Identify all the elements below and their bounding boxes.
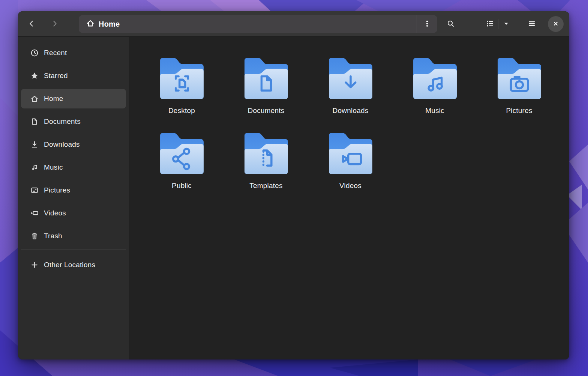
folder-icon bbox=[243, 132, 290, 178]
path-label: Home bbox=[99, 20, 120, 29]
folder-icon bbox=[158, 132, 206, 178]
sidebar-item-other-locations[interactable]: Other Locations bbox=[21, 255, 126, 275]
home-icon bbox=[86, 19, 94, 29]
kebab-menu-icon bbox=[423, 19, 432, 29]
sidebar-item-label: Home bbox=[44, 95, 63, 103]
folder-icon bbox=[496, 57, 543, 103]
sidebar-item-label: Documents bbox=[44, 117, 81, 126]
folder-icon bbox=[327, 132, 374, 178]
sidebar-item-recent[interactable]: Recent bbox=[21, 43, 126, 63]
sidebar-item-starred[interactable]: Starred bbox=[21, 66, 126, 86]
main-menu-button[interactable] bbox=[524, 17, 539, 32]
sidebar-item-label: Pictures bbox=[44, 186, 70, 194]
sidebar-item-home[interactable]: Home bbox=[21, 89, 126, 108]
trash-icon bbox=[30, 232, 39, 241]
folder-label: Public bbox=[172, 182, 192, 190]
folder-templates[interactable]: Templates bbox=[224, 132, 308, 207]
folder-label: Documents bbox=[248, 107, 285, 115]
picture-icon bbox=[30, 186, 39, 195]
folder-icon bbox=[327, 57, 374, 103]
sidebar-item-label: Trash bbox=[44, 232, 62, 240]
sidebar-item-music[interactable]: Music bbox=[21, 158, 126, 177]
files-window: Home bbox=[18, 11, 569, 359]
sidebar-list: Recent Starred Home Documents Downloads … bbox=[18, 43, 129, 246]
chevron-left-icon bbox=[27, 19, 36, 29]
sidebar: Recent Starred Home Documents Downloads … bbox=[18, 37, 129, 359]
list-view-icon bbox=[485, 19, 494, 29]
search-button[interactable] bbox=[443, 17, 458, 32]
folder-icon bbox=[243, 57, 290, 103]
folder-documents[interactable]: Documents bbox=[224, 57, 308, 132]
star-icon bbox=[30, 71, 39, 80]
document-icon bbox=[30, 117, 39, 126]
sidebar-item-label: Starred bbox=[44, 72, 68, 80]
chevron-right-icon bbox=[50, 19, 59, 29]
download-icon bbox=[30, 140, 39, 149]
sidebar-item-label: Videos bbox=[44, 209, 66, 217]
close-icon bbox=[552, 20, 560, 29]
sidebar-item-label: Music bbox=[44, 163, 63, 171]
chevron-down-icon bbox=[502, 20, 510, 29]
folder-label: Videos bbox=[339, 182, 362, 190]
folder-pictures[interactable]: Pictures bbox=[477, 57, 561, 132]
music-note-icon bbox=[30, 163, 39, 172]
sidebar-item-label: Downloads bbox=[44, 140, 80, 149]
sidebar-item-trash[interactable]: Trash bbox=[21, 226, 126, 246]
view-options-button[interactable] bbox=[498, 17, 514, 32]
list-view-button[interactable] bbox=[482, 17, 498, 32]
folder-music[interactable]: Music bbox=[393, 57, 477, 132]
hamburger-menu-icon bbox=[527, 19, 537, 30]
view-toggle-group bbox=[482, 17, 514, 32]
forward-button[interactable] bbox=[47, 17, 62, 32]
sidebar-separator bbox=[21, 250, 126, 250]
folder-icon bbox=[411, 57, 459, 103]
sidebar-item-downloads[interactable]: Downloads bbox=[21, 135, 126, 154]
plus-icon bbox=[30, 260, 39, 269]
header-bar: Home bbox=[18, 11, 569, 37]
sidebar-footer: Other Locations bbox=[18, 255, 129, 275]
folder-label: Templates bbox=[249, 182, 282, 190]
folder-public[interactable]: Public bbox=[140, 132, 224, 207]
close-button[interactable] bbox=[548, 16, 564, 32]
sidebar-item-label: Other Locations bbox=[44, 261, 95, 269]
video-camera-icon bbox=[30, 209, 39, 218]
home-icon bbox=[30, 94, 39, 103]
file-grid: Desktop Documents Downloads Music Pictur… bbox=[129, 37, 569, 359]
path-bar[interactable]: Home bbox=[79, 15, 437, 33]
sidebar-item-pictures[interactable]: Pictures bbox=[21, 180, 126, 200]
location-menu-button[interactable] bbox=[417, 15, 437, 33]
sidebar-item-label: Recent bbox=[44, 49, 67, 57]
clock-icon bbox=[30, 48, 39, 57]
folder-label: Music bbox=[425, 107, 444, 115]
folder-label: Desktop bbox=[168, 107, 195, 115]
folder-label: Downloads bbox=[333, 107, 369, 115]
folder-desktop[interactable]: Desktop bbox=[140, 57, 224, 132]
folder-label: Pictures bbox=[506, 107, 532, 115]
back-button[interactable] bbox=[24, 17, 39, 32]
folder-videos[interactable]: Videos bbox=[308, 132, 393, 207]
search-icon bbox=[446, 19, 455, 29]
sidebar-item-documents[interactable]: Documents bbox=[21, 112, 126, 131]
sidebar-item-videos[interactable]: Videos bbox=[21, 203, 126, 223]
folder-downloads[interactable]: Downloads bbox=[308, 57, 393, 132]
folder-icon bbox=[158, 57, 206, 103]
